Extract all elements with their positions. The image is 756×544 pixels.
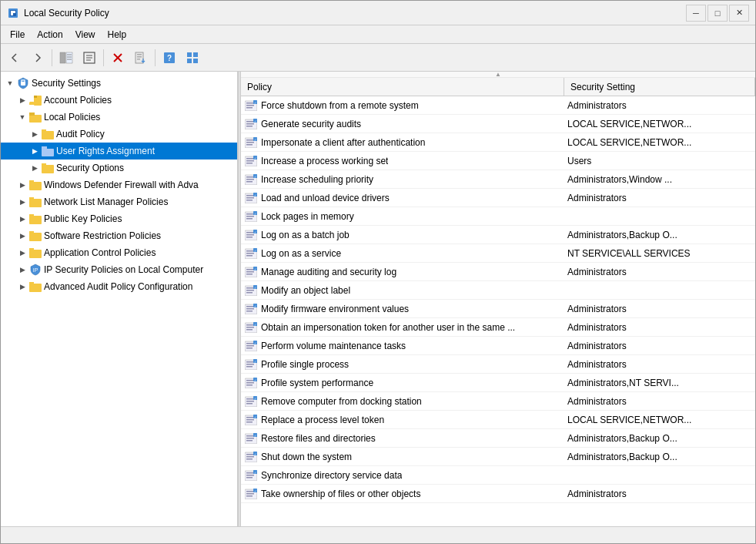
list-row[interactable]: ✓ Profile system performanceAdministrato… xyxy=(241,374,755,392)
list-row[interactable]: ✓ Replace a process level tokenLOCAL SER… xyxy=(241,411,755,429)
svg-rect-173 xyxy=(246,419,254,421)
window-icon xyxy=(7,7,19,19)
list-row[interactable]: ✓ Log on as a serviceNT SERVICE\ALL SERV… xyxy=(241,244,755,263)
list-row[interactable]: ✓ Obtain an impersonation token for anot… xyxy=(241,318,755,337)
policy-icon: ✓ xyxy=(244,451,258,463)
toolbar-separator-3 xyxy=(155,49,156,66)
list-row[interactable]: ✓ Log on as a batch jobAdministrators,Ba… xyxy=(241,226,755,244)
policy-text: Obtain an impersonation token for anothe… xyxy=(261,322,515,333)
policy-cell: ✓ Profile system performance xyxy=(241,374,564,391)
expand-app-control[interactable]: ▶ xyxy=(16,249,28,257)
expand-network-list[interactable]: ▶ xyxy=(16,198,28,206)
local-policies-label: Local Policies xyxy=(44,112,100,123)
title-bar-buttons: ─ □ ✕ xyxy=(686,5,749,22)
list-row[interactable]: ✓ Increase a process working setUsers xyxy=(241,152,755,170)
svg-rect-17 xyxy=(137,56,142,58)
list-body[interactable]: ✓ Force shutdown from a remote systemAdm… xyxy=(241,96,755,526)
expand-security-settings[interactable]: ▼ xyxy=(4,79,16,87)
policy-cell: ✓ Synchronize directory service data xyxy=(241,466,564,484)
tree-item-app-control[interactable]: ▶ Application Control Policies xyxy=(1,244,237,261)
minimize-button[interactable]: ─ xyxy=(686,5,706,22)
list-row[interactable]: ✓ Force shutdown from a remote systemAdm… xyxy=(241,96,755,115)
policy-icon: ✓ xyxy=(244,266,258,278)
expand-software-restriction[interactable]: ▶ xyxy=(16,232,28,240)
tree-item-network-list[interactable]: ▶ Network List Manager Policies xyxy=(1,193,237,210)
menu-help[interactable]: Help xyxy=(102,28,133,42)
close-button[interactable]: ✕ xyxy=(729,5,749,22)
toolbar-separator-2 xyxy=(103,49,104,66)
tree-item-public-key[interactable]: ▶ Public Key Policies xyxy=(1,210,237,227)
expand-account-policies[interactable]: ▶ xyxy=(16,96,28,104)
view-button[interactable] xyxy=(182,47,203,69)
list-row[interactable]: ✓ Take ownership of files or other objec… xyxy=(241,485,755,503)
menu-bar: File Action View Help xyxy=(1,25,755,44)
list-row[interactable]: ✓ Restore files and directoriesAdministr… xyxy=(241,429,755,448)
list-row[interactable]: ✓ Load and unload device driversAdminist… xyxy=(241,189,755,207)
list-row[interactable]: ✓ Increase scheduling priorityAdministra… xyxy=(241,170,755,189)
tree-item-security-settings[interactable]: ▼ Security Settings xyxy=(1,75,237,92)
expand-advanced-audit[interactable]: ▶ xyxy=(16,283,28,290)
policy-icon: ✓ xyxy=(244,340,258,352)
policy-cell: ✓ Shut down the system xyxy=(241,448,564,465)
setting-cell: Administrators,NT SERVI... xyxy=(564,374,755,391)
properties-button[interactable] xyxy=(79,47,100,69)
tree-panel[interactable]: ▼ Security Settings ▶ xyxy=(1,72,238,526)
tree-item-audit-policy[interactable]: ▶ Audit Policy xyxy=(1,126,237,143)
menu-file[interactable]: File xyxy=(4,28,31,42)
column-header-setting[interactable]: Security Setting xyxy=(564,78,755,96)
svg-rect-160 xyxy=(246,384,253,386)
list-row[interactable]: ✓ Synchronize directory service data xyxy=(241,466,755,485)
tree-item-windows-defender[interactable]: ▶ Windows Defender Firewall with Adva xyxy=(1,176,237,193)
list-row[interactable]: ✓ Generate security auditsLOCAL SERVICE,… xyxy=(241,115,755,133)
delete-button[interactable] xyxy=(107,47,129,69)
list-row[interactable]: ✓ Manage auditing and security logAdmini… xyxy=(241,263,755,281)
list-row[interactable]: ✓ Remove computer from docking stationAd… xyxy=(241,392,755,411)
policy-cell: ✓ Perform volume maintenance tasks xyxy=(241,337,564,354)
list-row[interactable]: ✓ Shut down the systemAdministrators,Bac… xyxy=(241,448,755,466)
policy-icon: ✓ xyxy=(244,136,258,149)
show-hide-button[interactable] xyxy=(55,47,77,69)
svg-text:✓: ✓ xyxy=(254,415,256,418)
policy-text: Profile system performance xyxy=(261,378,373,388)
menu-action[interactable]: Action xyxy=(31,28,69,42)
expand-user-rights[interactable]: ▶ xyxy=(28,147,41,155)
policy-icon: ✓ xyxy=(244,395,258,408)
windows-defender-icon xyxy=(28,179,42,191)
tree-item-software-restriction[interactable]: ▶ Software Restriction Policies xyxy=(1,227,237,244)
tree-item-security-options[interactable]: ▶ Security Options xyxy=(1,160,237,176)
advanced-audit-icon xyxy=(28,280,42,293)
list-row[interactable]: ✓ Perform volume maintenance tasksAdmini… xyxy=(241,337,755,355)
list-row[interactable]: ✓ Impersonate a client after authenticat… xyxy=(241,133,755,152)
svg-rect-111 xyxy=(246,255,253,257)
tree-item-ip-security[interactable]: ▶ IP IP Security Policies on Local Compu… xyxy=(1,261,237,278)
svg-text:✓: ✓ xyxy=(254,285,256,289)
menu-view[interactable]: View xyxy=(69,28,102,42)
svg-rect-125 xyxy=(246,292,253,294)
back-button[interactable] xyxy=(4,47,25,69)
svg-rect-104 xyxy=(246,237,253,238)
tree-item-user-rights[interactable]: ▶ User Rights Assignment xyxy=(1,143,237,160)
list-row[interactable]: ✓ Modify an object label xyxy=(241,281,755,300)
tree-item-account-policies[interactable]: ▶ Account Policies xyxy=(1,92,237,109)
expand-local-policies[interactable]: ▼ xyxy=(16,113,28,121)
local-policies-icon xyxy=(28,111,42,123)
maximize-button[interactable]: □ xyxy=(707,5,728,22)
list-row[interactable]: ✓ Modify firmware environment valuesAdmi… xyxy=(241,300,755,318)
expand-windows-defender[interactable]: ▶ xyxy=(16,181,28,189)
column-header-policy[interactable]: Policy xyxy=(241,78,564,96)
tree-item-advanced-audit[interactable]: ▶ Advanced Audit Policy Configuration xyxy=(1,278,237,295)
expand-public-key[interactable]: ▶ xyxy=(16,215,28,223)
help-button[interactable]: ? xyxy=(159,47,180,69)
list-row[interactable]: ✓ Profile single processAdministrators xyxy=(241,355,755,374)
list-row[interactable]: ✓ Lock pages in memory xyxy=(241,207,755,226)
svg-rect-166 xyxy=(246,401,254,402)
policy-cell: ✓ Remove computer from docking station xyxy=(241,392,564,410)
svg-rect-55 xyxy=(246,107,253,109)
expand-security-options[interactable]: ▶ xyxy=(28,164,41,172)
list-header: Policy Security Setting xyxy=(241,78,755,96)
export-button[interactable] xyxy=(130,47,152,69)
forward-button[interactable] xyxy=(27,47,49,69)
expand-audit-policy[interactable]: ▶ xyxy=(28,130,41,138)
tree-item-local-policies[interactable]: ▼ Local Policies xyxy=(1,109,237,126)
expand-ip-security[interactable]: ▶ xyxy=(16,266,28,274)
